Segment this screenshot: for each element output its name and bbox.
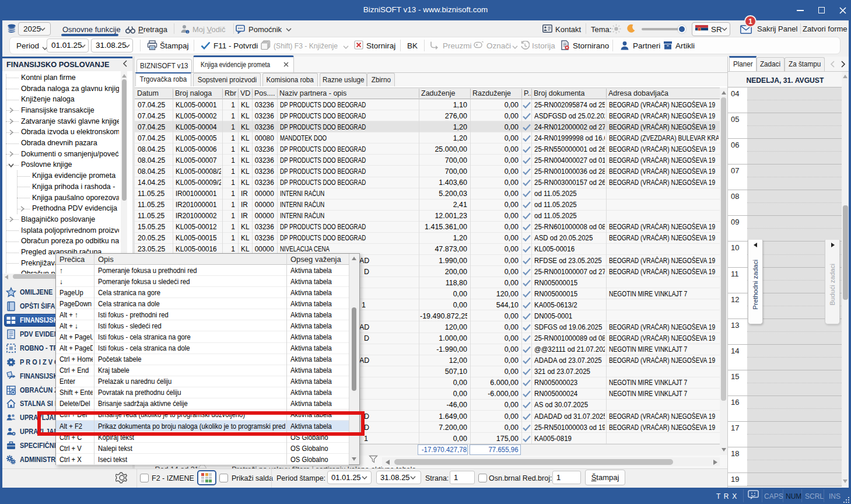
svg-text:i: i	[187, 30, 188, 34]
